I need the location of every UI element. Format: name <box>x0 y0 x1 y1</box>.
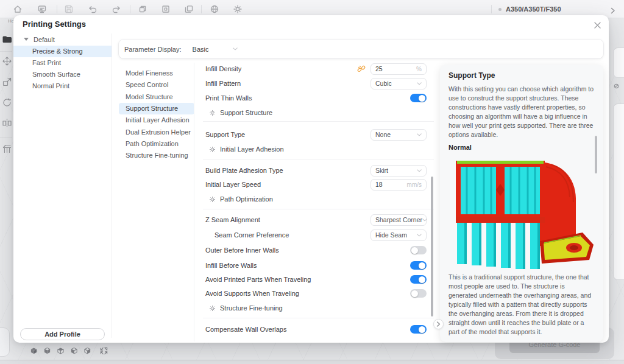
section-header-support-structure[interactable]: Support Structure <box>209 108 272 117</box>
chevron-down-icon <box>417 234 422 237</box>
setting-row-print-thin-walls: Print Thin Walls <box>205 92 433 104</box>
close-icon[interactable] <box>594 21 601 29</box>
help-desc-1: This is a traditional support structure,… <box>448 273 595 337</box>
setting-label: Initial Layer Speed <box>205 181 261 188</box>
right-panel-edge <box>611 18 624 364</box>
sidebar-divider <box>112 33 112 338</box>
nav-item-speed-control[interactable]: Speed Control <box>119 79 194 91</box>
setting-row-infill-pattern: Infill Pattern Cubic <box>205 77 433 89</box>
outer-before-inner-toggle[interactable] <box>410 246 427 254</box>
save-icon[interactable] <box>64 4 74 14</box>
help-panel-scrollbar[interactable] <box>595 136 597 173</box>
nav-item-model-fineness[interactable]: Model Fineness <box>119 68 194 79</box>
profile-item-normal-print[interactable]: Normal Print <box>13 80 112 92</box>
duplicate-icon[interactable] <box>184 4 194 14</box>
setting-row-seam-corner-preference: Seam Corner Preference Hide Seam <box>205 229 433 241</box>
status-strip <box>0 360 624 364</box>
profile-item-precise-strong[interactable]: Precise & Strong <box>13 46 112 57</box>
setting-row-infill-density: Infill Density 25 % <box>205 63 433 75</box>
profile-item-fast-print[interactable]: Fast Print <box>13 57 112 69</box>
rail-separator <box>0 51 12 52</box>
open-file-icon[interactable] <box>2 34 12 44</box>
front-view-icon[interactable] <box>43 347 51 355</box>
setting-row-compensate-wall-overlaps: Compensate Wall Overlaps <box>205 323 433 335</box>
section-header-structure-fine-tuning[interactable]: Structure Fine-tuning <box>209 303 283 313</box>
nav-item-initial-layer-adhesion[interactable]: Initial Layer Adhesion <box>119 114 194 126</box>
globe-icon[interactable] <box>210 4 219 14</box>
left-view-icon[interactable] <box>70 347 78 355</box>
connection-status-dot <box>498 8 502 11</box>
background-card <box>613 103 624 280</box>
nav-item-path-optimization[interactable]: Path Optimization <box>119 138 194 150</box>
top-view-icon[interactable] <box>57 347 65 355</box>
section-header-label: Initial Layer Adhesion <box>220 145 284 153</box>
rail-separator <box>0 137 12 138</box>
unlink-icon[interactable] <box>357 65 366 73</box>
seam-corner-preference-select[interactable]: Hide Seam <box>370 229 427 241</box>
chevron-right-icon[interactable] <box>609 5 616 12</box>
help-option-title: Normal <box>448 144 595 151</box>
select-value: Hide Seam <box>375 231 407 239</box>
setting-label: Outer Before Inner Walls <box>205 247 279 254</box>
isometric-view-icon[interactable] <box>30 347 38 355</box>
setting-label: Infill Density <box>205 65 241 72</box>
support-tool-icon[interactable] <box>2 144 12 154</box>
mirror-tool-icon[interactable] <box>2 118 12 128</box>
section-header-initial-layer-adhesion[interactable]: Initial Layer Adhesion <box>209 144 284 154</box>
workspace-icon[interactable] <box>37 4 47 14</box>
add-profile-button[interactable]: Add Profile <box>20 328 105 340</box>
section-header-label: Support Structure <box>220 109 272 116</box>
toggle-knob <box>419 95 425 102</box>
initial-layer-speed-input[interactable]: 18 mm/s <box>370 179 427 191</box>
collapse-help-button[interactable] <box>433 319 444 329</box>
copy-icon[interactable] <box>138 4 147 14</box>
select-value: Cubic <box>375 80 392 87</box>
infill-before-walls-toggle[interactable] <box>410 261 427 270</box>
nav-item-support-structure[interactable]: Support Structure <box>119 103 194 114</box>
print-thin-walls-toggle[interactable] <box>410 94 427 102</box>
move-tool-icon[interactable] <box>2 56 12 66</box>
parameter-display-label: Parameter Display: <box>124 46 182 53</box>
setting-label: Support Type <box>205 131 245 138</box>
nav-item-structure-fine-tuning[interactable]: Structure Fine-tuning <box>119 150 194 161</box>
dialog-title: Printing Settings <box>23 19 86 29</box>
profile-group-default[interactable]: Default <box>13 33 112 45</box>
fit-view-icon[interactable] <box>100 347 108 355</box>
chevron-down-icon <box>417 169 422 172</box>
help-panel: Support Type With this setting you can c… <box>440 65 603 342</box>
setting-row-infill-before-walls: Infill Before Walls <box>205 259 433 271</box>
nav-item-model-structure[interactable]: Model Structure <box>119 91 194 103</box>
parameter-display-value[interactable]: Basic <box>193 46 209 53</box>
home-icon[interactable] <box>13 4 23 14</box>
chevron-down-icon[interactable] <box>233 47 238 51</box>
z-seam-alignment-select[interactable]: Sharpest Corner <box>370 214 427 226</box>
setting-label: Seam Corner Preference <box>205 231 289 239</box>
right-view-icon[interactable] <box>83 347 91 355</box>
section-header-path-optimization[interactable]: Path Optimization <box>209 194 273 204</box>
settings-gear-icon[interactable] <box>233 4 243 14</box>
background-card <box>613 47 624 78</box>
profile-item-smooth-surface[interactable]: Smooth Surface <box>13 69 112 80</box>
support-type-select[interactable]: None <box>370 129 427 141</box>
toggle-knob <box>411 247 418 254</box>
setting-row-outer-before-inner: Outer Before Inner Walls <box>205 244 433 256</box>
rotate-tool-icon[interactable] <box>2 97 12 108</box>
scale-tool-icon[interactable] <box>2 77 12 87</box>
avoid-supports-toggle[interactable] <box>410 289 427 298</box>
settings-scrollbar[interactable] <box>431 177 433 317</box>
infill-density-input[interactable]: 25 % <box>370 63 427 75</box>
build-plate-adhesion-select[interactable]: Skirt <box>370 165 427 177</box>
parameter-display-bar: Parameter Display: Basic <box>119 40 603 58</box>
toolbar-separator <box>57 5 57 13</box>
avoid-printed-parts-toggle[interactable] <box>410 275 427 284</box>
divider <box>203 121 434 122</box>
compensate-wall-overlaps-toggle[interactable] <box>410 325 427 334</box>
select-region-icon[interactable] <box>161 4 171 14</box>
infill-pattern-select[interactable]: Cubic <box>370 78 427 89</box>
redo-icon[interactable] <box>112 4 121 14</box>
setting-row-support-type: Support Type None <box>205 128 433 141</box>
view-toolbar <box>30 347 108 355</box>
input-unit: mm/s <box>407 181 422 188</box>
undo-icon[interactable] <box>88 4 98 14</box>
nav-item-dual-extrusion-helper[interactable]: Dual Extrusion Helper <box>119 127 194 138</box>
